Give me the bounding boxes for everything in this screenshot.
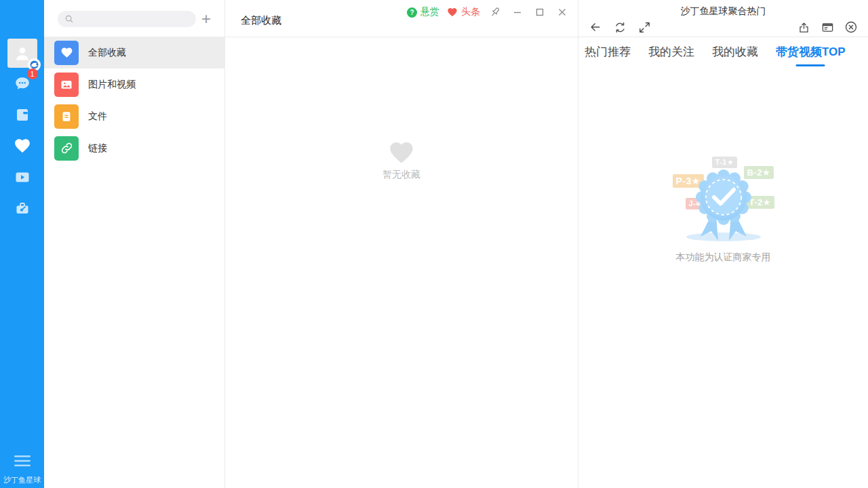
list-item-images-videos[interactable]: 图片和视频 bbox=[44, 68, 224, 100]
link-icon bbox=[54, 136, 79, 161]
refresh-icon bbox=[614, 21, 627, 34]
close-panel-button[interactable] bbox=[844, 20, 859, 35]
share-icon bbox=[797, 21, 810, 34]
bounty-label: 悬赏 bbox=[420, 6, 439, 18]
rail-item-favorites[interactable] bbox=[14, 137, 31, 155]
heart-icon bbox=[54, 41, 79, 65]
maximize-icon bbox=[535, 7, 545, 17]
heart-icon bbox=[14, 137, 31, 155]
hamburger-icon bbox=[14, 454, 31, 468]
headlines-button[interactable]: 头条 bbox=[447, 6, 480, 18]
heart-icon bbox=[447, 7, 458, 18]
empty-state: 暂无收藏 bbox=[225, 139, 578, 181]
main-area: 全部收藏 ? 悬赏 头条 bbox=[225, 0, 578, 488]
rail-item-chat[interactable]: 1 bbox=[14, 75, 31, 92]
pin-button[interactable] bbox=[488, 5, 502, 20]
share-button[interactable] bbox=[796, 20, 811, 35]
panel-body: T-1★ B-2★ P-3★ J-4★ T-2★ bbox=[578, 68, 868, 488]
add-button[interactable]: + bbox=[196, 11, 216, 27]
app-window: 1 沙丁鱼星球 + bbox=[0, 0, 868, 488]
refresh-button[interactable] bbox=[612, 20, 627, 35]
rail-item-toolbox[interactable] bbox=[14, 199, 31, 217]
pin-icon bbox=[489, 6, 501, 18]
notebook-icon bbox=[14, 106, 31, 123]
hotlist-panel: 沙丁鱼星球聚合热门 bbox=[578, 0, 868, 488]
tab-my-favorites[interactable]: 我的收藏 bbox=[712, 44, 758, 61]
expand-icon bbox=[638, 21, 651, 34]
panel-title: 沙丁鱼星球聚合热门 bbox=[681, 5, 766, 18]
question-circle-icon: ? bbox=[407, 7, 417, 18]
unread-badge: 1 bbox=[27, 68, 38, 79]
list-item-links[interactable]: 链接 bbox=[44, 132, 224, 164]
file-icon bbox=[54, 104, 79, 129]
panel-tabs: 热门推荐 我的关注 我的收藏 带货视频TOP bbox=[578, 37, 868, 68]
empty-text: 暂无收藏 bbox=[382, 169, 420, 181]
person-icon bbox=[14, 45, 31, 62]
active-tab-underline bbox=[796, 64, 825, 66]
rail-bottom: 沙丁鱼星球 bbox=[0, 452, 44, 488]
close-button[interactable] bbox=[555, 5, 570, 20]
browser-window-icon bbox=[821, 21, 834, 34]
list-item-label: 全部收藏 bbox=[88, 47, 126, 59]
tab-label: 带货视频TOP bbox=[776, 45, 846, 58]
rail-item-notebook[interactable] bbox=[14, 106, 31, 123]
tab-product-video-top[interactable]: 带货视频TOP bbox=[776, 44, 846, 61]
expand-button[interactable] bbox=[637, 20, 652, 35]
list-item-label: 文件 bbox=[88, 110, 107, 123]
menu-button[interactable] bbox=[14, 452, 31, 470]
left-rail: 1 沙丁鱼星球 bbox=[0, 0, 44, 488]
page-title: 全部收藏 bbox=[241, 14, 281, 27]
toolbar-right bbox=[796, 20, 859, 35]
panel-toolbar bbox=[578, 18, 868, 37]
panel-titlebar: 沙丁鱼星球聚合热门 bbox=[578, 0, 868, 18]
back-arrow-icon bbox=[589, 20, 602, 34]
certified-caption: 本功能为认证商家专用 bbox=[642, 251, 805, 264]
toolbar-left bbox=[588, 20, 652, 35]
empty-heart-icon bbox=[387, 139, 416, 166]
tab-my-follows[interactable]: 我的关注 bbox=[648, 44, 694, 61]
window-mode-button[interactable] bbox=[820, 20, 835, 35]
main-header: 全部收藏 ? 悬赏 头条 bbox=[225, 0, 578, 37]
minimize-icon bbox=[513, 7, 522, 17]
collections-list: 全部收藏 图片和视频 文件 链接 bbox=[44, 37, 224, 164]
tab-hot-recommend[interactable]: 热门推荐 bbox=[585, 44, 631, 61]
close-circle-icon bbox=[844, 20, 858, 34]
list-item-files[interactable]: 文件 bbox=[44, 100, 224, 132]
search-row: + bbox=[44, 0, 224, 37]
maximize-button[interactable] bbox=[532, 5, 547, 20]
rail-item-videos[interactable] bbox=[14, 168, 31, 186]
close-icon bbox=[557, 7, 567, 17]
list-item-label: 链接 bbox=[88, 142, 107, 155]
headlines-label: 头条 bbox=[461, 6, 480, 18]
window-controls: ? 悬赏 头条 bbox=[407, 5, 570, 20]
search-input[interactable] bbox=[58, 11, 196, 27]
certified-merchant-illustration: T-1★ B-2★ P-3★ J-4★ T-2★ bbox=[642, 152, 805, 264]
list-item-all-favorites[interactable]: 全部收藏 bbox=[44, 37, 224, 68]
minimize-button[interactable] bbox=[510, 5, 525, 20]
brand-label: 沙丁鱼星球 bbox=[3, 470, 41, 488]
back-button[interactable] bbox=[588, 20, 603, 35]
tv-play-icon bbox=[14, 169, 31, 185]
search-icon bbox=[64, 14, 74, 24]
image-icon bbox=[54, 73, 79, 97]
toolbox-icon bbox=[14, 200, 31, 216]
list-item-label: 图片和视频 bbox=[88, 79, 136, 91]
collections-sidebar: + 全部收藏 图片和视频 文件 bbox=[44, 0, 225, 488]
bounty-button[interactable]: ? 悬赏 bbox=[407, 6, 439, 18]
certified-medal-icon bbox=[683, 162, 764, 247]
avatar[interactable] bbox=[7, 39, 37, 68]
